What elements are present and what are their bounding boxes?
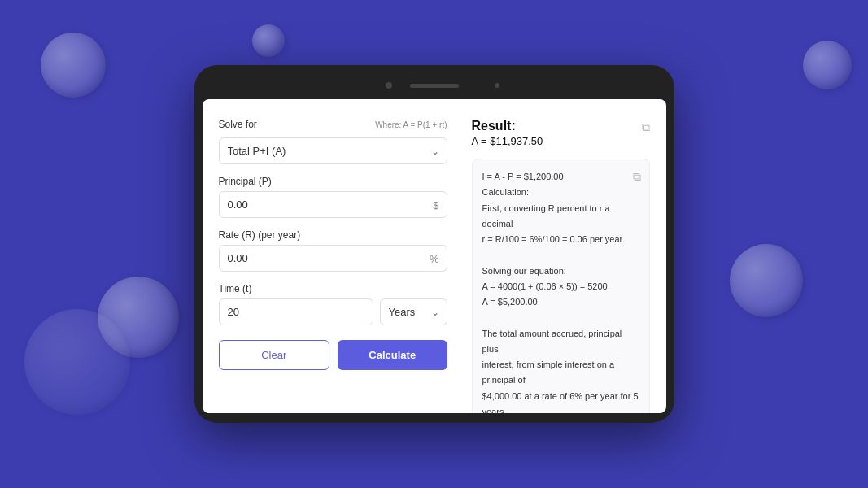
principal-label: Principal (P) [219,176,447,187]
calculate-button[interactable]: Calculate [338,340,447,370]
solve-formula: Where: A = P(1 + rt) [375,120,447,129]
rate-group: Rate (R) (per year) % [219,229,447,272]
bg-circle-2 [252,24,285,57]
bg-circle-4 [24,309,130,415]
principal-group: Principal (P) $ [219,176,447,218]
time-input[interactable] [219,298,373,325]
time-group: Time (t) Years Months Days ⌄ [219,283,447,325]
button-row: Clear Calculate [219,340,447,370]
tablet-screen: Solve for Where: A = P(1 + rt) Total P+I… [203,99,666,413]
calculator-container: Solve for Where: A = P(1 + rt) Total P+I… [203,99,666,413]
principal-unit: $ [433,198,438,211]
clear-button[interactable]: Clear [219,340,330,370]
tablet-camera [386,82,392,89]
principal-input[interactable] [219,191,447,218]
copy-detail-icon[interactable]: ⧉ [633,168,641,187]
bg-circle-5 [803,41,852,89]
solve-for-group: Solve for Where: A = P(1 + rt) Total P+I… [219,119,447,164]
rate-label: Rate (R) (per year) [219,229,447,241]
result-title-group: Result: A = $11,937.50 [472,119,543,147]
calc-left-panel: Solve for Where: A = P(1 + rt) Total P+I… [219,119,447,394]
result-main-value: A = $11,937.50 [472,135,543,147]
solve-for-select[interactable]: Total P+I (A) Principal (P) Rate (R) Tim… [219,137,447,164]
tablet-speaker [410,84,459,88]
solve-for-select-wrapper[interactable]: Total P+I (A) Principal (P) Rate (R) Tim… [219,137,447,164]
result-header: Result: A = $11,937.50 ⧉ [472,119,650,147]
time-unit-select-wrapper[interactable]: Years Months Days ⌄ [380,298,447,325]
bg-circle-6 [730,244,803,317]
time-label: Time (t) [219,283,447,294]
time-unit-select[interactable]: Years Months Days [380,298,447,325]
bg-circle-1 [41,33,106,98]
result-detail-box: ⧉ I = A - P = $1,200.00 Calculation: Fir… [472,159,650,413]
solve-for-header: Solve for Where: A = P(1 + rt) [219,119,447,130]
tablet-top-bar [203,76,666,94]
calc-right-panel: Result: A = $11,937.50 ⧉ ⧉ I = A - P = $… [464,119,650,394]
rate-input-wrapper: % [219,245,447,272]
result-title: Result: [472,119,543,133]
rate-unit: % [430,252,439,264]
rate-input[interactable] [219,245,447,272]
solve-for-label: Solve for [219,119,257,130]
detail-text: I = A - P = $1,200.00 Calculation: First… [482,169,639,413]
copy-result-icon[interactable]: ⧉ [642,120,650,134]
tablet-frame: Solve for Where: A = P(1 + rt) Total P+I… [194,65,674,423]
principal-input-wrapper: $ [219,191,447,218]
time-input-wrapper: Years Months Days ⌄ [219,298,447,325]
tablet-dot [495,83,499,88]
